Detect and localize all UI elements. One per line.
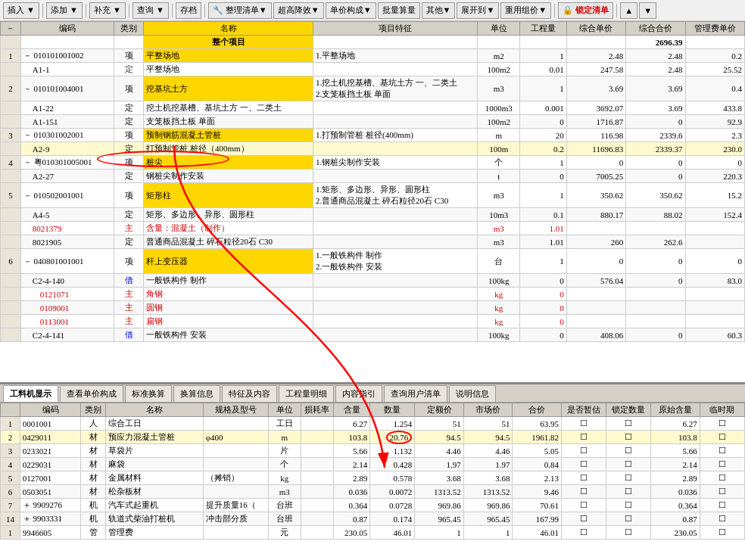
- lower-header-type: 类别: [81, 403, 105, 417]
- tab-qty-detail[interactable]: 工程量明细: [279, 385, 334, 402]
- upper-row-6d[interactable]: 0113001 主 扁钢 kg 0: [1, 315, 745, 328]
- sep1: [42, 4, 43, 17]
- upper-row-2a[interactable]: A1-22 定 挖土机挖基槽、基坑土方 一、二类土 1000m3 0.001 3…: [1, 101, 745, 115]
- summary-mgmt: [685, 36, 744, 49]
- summary-total: 2696.39: [626, 36, 685, 49]
- lower-table: 编码 类别 名称 规格及型号 单位 损耗率 含量 数量 定额价 市场价 合价 是…: [0, 403, 745, 540]
- sep6: [554, 4, 555, 17]
- tab-info[interactable]: 说明信息: [449, 385, 496, 402]
- lower-row-mgmt[interactable]: 1 9946605 管 管理费 元 230.05 46.01 1 1 46.01…: [1, 526, 745, 540]
- archive-btn[interactable]: 存档: [176, 2, 201, 19]
- reuse-btn[interactable]: 重用组价▼: [500, 2, 551, 19]
- lower-header-market-price: 市场价: [463, 403, 513, 417]
- supplement-btn[interactable]: 补充 ▼: [89, 2, 126, 19]
- upper-area: － 编码 类别 名称 项目特征 单位 工程量 综合单价 综合合价 管理费单价: [0, 21, 745, 384]
- sep7: [616, 4, 617, 17]
- upper-row-4a[interactable]: A2-27 定 钢桩尖制作安装 t 0 7005.25 0 220.3: [1, 170, 745, 183]
- height-efficiency-btn[interactable]: 超高降效▼: [273, 2, 324, 19]
- lower-header-orig: 原始含量: [651, 403, 700, 417]
- up-btn[interactable]: ▲: [620, 2, 637, 19]
- summary-code: [20, 36, 114, 49]
- upper-row-5[interactable]: 5 － 010502001001 项 矩形柱 1.矩形、多边形、异形、圆形柱2.…: [1, 183, 745, 208]
- sep2: [86, 4, 86, 17]
- upper-row-6a[interactable]: C2-4-140 借 一般铁构件 制作 100kg 0 576.04 0 83.…: [1, 274, 745, 288]
- summary-unit-price: [566, 36, 625, 49]
- lower-header-code: 编码: [20, 403, 81, 417]
- lower-header-time: 临时期: [700, 403, 744, 417]
- lower-header-lock: 锁定数量: [606, 403, 651, 417]
- sep3: [129, 4, 129, 17]
- lower-row-1[interactable]: 1 0001001 人 综合工日 工日 6.27 1.254 51 51 63.…: [1, 417, 745, 431]
- lower-header-loss: 损耗率: [301, 403, 333, 417]
- upper-header-total: 综合合价: [626, 22, 685, 36]
- tab-unit-price[interactable]: 查看单价构成: [60, 385, 123, 402]
- unit-price-btn[interactable]: 单价构成▼: [326, 2, 376, 19]
- upper-row-6[interactable]: 6 － 040801001001 项 杆上变压器 1.一般铁构件 制作2.一般铁…: [1, 249, 745, 274]
- lower-header-temp: 是否暂估: [561, 403, 606, 417]
- lower-row-4[interactable]: 4 0229031 材 麻袋 个 2.14 0.428 1.97 1.97 0.…: [1, 458, 745, 471]
- upper-row-3a[interactable]: A2-9 定 打预制管桩 桩径（400mm） 100m 0.2 11696.83…: [1, 142, 745, 156]
- lower-table-area: 编码 类别 名称 规格及型号 单位 损耗率 含量 数量 定额价 市场价 合价 是…: [0, 403, 745, 560]
- lower-row-5[interactable]: 5 0127001 材 金属材料 （摊销） kg 2.89 0.578 3.68…: [1, 471, 745, 485]
- upper-row-5c[interactable]: 8021905 定 普通商品混凝土 碎石粒径20石 C30 m3 1.01 26…: [1, 235, 745, 249]
- upper-header-feature: 项目特征: [313, 22, 478, 36]
- lower-row-6[interactable]: 6 0503051 材 松杂板材 m3 0.036 0.0072 1313.52…: [1, 485, 745, 499]
- lower-header-qty: 数量: [370, 403, 415, 417]
- upper-row-5a[interactable]: A4-5 定 矩形、多边形、异形、圆形柱 10m3 0.1 880.17 88.…: [1, 208, 745, 222]
- other-btn[interactable]: 其他▼: [422, 2, 456, 19]
- lower-header-quota-price: 定额价: [415, 403, 464, 417]
- upper-row-1a[interactable]: A1-1 定 平整场地 100m2 0.01 247.58 2.48 25.52: [1, 63, 745, 76]
- lower-header-name: 名称: [105, 403, 203, 417]
- upper-row-2[interactable]: 2 － 010101004001 项 挖基坑土方 1.挖土机挖基槽、基坑土方 一…: [1, 76, 745, 101]
- upper-table: － 编码 类别 名称 项目特征 单位 工程量 综合单价 综合合价 管理费单价: [0, 21, 745, 342]
- toolbar: 插入 ▼ 添加 ▼ 补充 ▼ 查询 ▼ 存档 🔧 整理清单▼ 超高降效▼ 单价构…: [0, 0, 745, 21]
- upper-row-6b[interactable]: 0121071 主 角钢 kg 0: [1, 288, 745, 301]
- lower-area: 工料机显示 查看单价构成 标准换算 换算信息 特征及内容 工程量明细 内容指引 …: [0, 384, 745, 560]
- circled-qty: 20.76: [386, 431, 413, 444]
- sort-list-btn[interactable]: 🔧 整理清单▼: [208, 2, 272, 19]
- tab-features[interactable]: 特征及内容: [222, 385, 277, 402]
- insert-btn[interactable]: 插入 ▼: [3, 2, 39, 19]
- query-btn[interactable]: 查询 ▼: [132, 2, 169, 19]
- down-btn[interactable]: ▼: [639, 2, 656, 19]
- upper-row-4[interactable]: 4 － 粤010301005001 项 桩尖 1.钢桩尖制作安装 个 1 0 0…: [1, 156, 745, 170]
- tab-bar: 工料机显示 查看单价构成 标准换算 换算信息 特征及内容 工程量明细 内容指引 …: [0, 384, 745, 403]
- batch-calc-btn[interactable]: 批量算量: [378, 2, 420, 19]
- tab-calc-info[interactable]: 换算信息: [173, 385, 220, 402]
- summary-unit: [478, 36, 520, 49]
- upper-header-type: 类别: [114, 22, 144, 36]
- lower-row-3[interactable]: 3 0233021 材 草袋片 片 5.66 1.132 4.46 4.46 5…: [1, 444, 745, 458]
- upper-row-5b[interactable]: 8021379 主 含量：混凝土（制作） m3 1.01: [1, 222, 745, 235]
- sep4: [172, 4, 173, 17]
- upper-header-seq: －: [1, 22, 21, 36]
- tab-standard-calc[interactable]: 标准换算: [125, 385, 172, 402]
- lower-header-spec: 规格及型号: [203, 403, 268, 417]
- upper-row-3[interactable]: 3 － 010301002001 项 预制钢筋混凝土管桩 1.打预制管桩 桩径(…: [1, 129, 745, 142]
- summary-name: 整个项目: [144, 36, 313, 49]
- expand-btn[interactable]: 展开到▼: [457, 2, 499, 19]
- upper-header-name: 名称: [144, 22, 313, 36]
- tab-content-guide[interactable]: 内容指引: [335, 385, 382, 402]
- lower-row-2[interactable]: 2 0429011 材 预应力混凝土管桩 φ400 m 103.8 20.76 …: [1, 431, 745, 444]
- upper-row-6c[interactable]: 0109001 主 圆钢 kg 0: [1, 301, 745, 315]
- upper-header-code: 编码: [20, 22, 114, 36]
- summary-qty: [520, 36, 567, 49]
- upper-row-2b[interactable]: A1-151 定 支笼板挡土板 单面 100m2 0 1716.87 0 92.…: [1, 115, 745, 129]
- tab-labor-display[interactable]: 工料机显示: [3, 385, 58, 402]
- lower-row-14[interactable]: 14 ＋ 9903331 机 轨道式柴油打桩机 冲击部分质 台班 0.87 0.…: [1, 512, 745, 526]
- add-btn[interactable]: 添加 ▼: [46, 2, 83, 19]
- upper-header-mgmt: 管理费单价: [685, 22, 744, 36]
- summary-seq: [1, 36, 21, 49]
- lock-list-btn[interactable]: 🔒 锁定清单: [558, 2, 613, 19]
- main-container: － 编码 类别 名称 项目特征 单位 工程量 综合单价 综合合价 管理费单价: [0, 21, 745, 560]
- upper-header-unit-price: 综合单价: [566, 22, 625, 36]
- upper-row-6e[interactable]: C2-4-141 借 一般铁构件 安装 100kg 0 408.06 0 60.…: [1, 328, 745, 342]
- upper-row-1[interactable]: 1 － 010101001002 项 平整场地 1.平整场地 m2 1 2.48…: [1, 49, 745, 63]
- lower-header-unit: 单位: [268, 403, 301, 417]
- tab-user-list[interactable]: 查询用户清单: [384, 385, 447, 402]
- upper-header-unit: 单位: [478, 22, 520, 36]
- summary-row: 整个项目 2696.39: [1, 36, 745, 49]
- sep5: [204, 4, 205, 17]
- lower-row-7[interactable]: 7 ＋ 9909276 机 汽车式起重机 提升质量16（ 台班 0.364 0.…: [1, 499, 745, 512]
- summary-type: [114, 36, 144, 49]
